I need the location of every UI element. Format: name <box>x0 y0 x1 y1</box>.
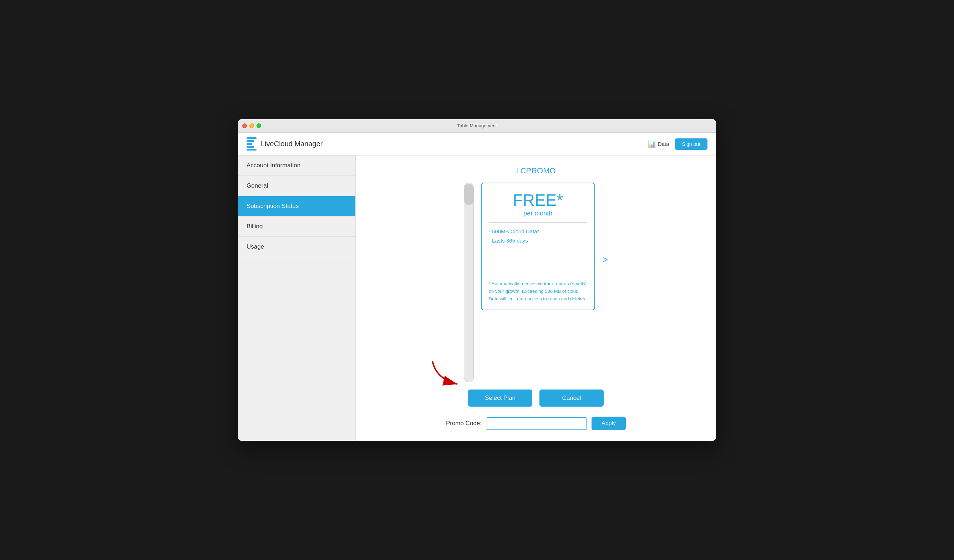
logo-bar-1 <box>246 137 257 139</box>
apply-button[interactable]: Apply <box>592 417 626 430</box>
promo-section: Promo Code: Apply <box>446 417 626 430</box>
plan-price: FREE* <box>489 190 587 210</box>
plan-spacer <box>489 250 587 271</box>
data-button[interactable]: 📊 Data <box>648 140 669 148</box>
scroll-track[interactable] <box>464 183 474 383</box>
signout-button[interactable]: Sign out <box>675 138 708 150</box>
title-bar: Table Management <box>238 119 716 133</box>
close-button[interactable] <box>242 123 247 128</box>
minimize-button[interactable] <box>249 123 254 128</box>
select-plan-button[interactable]: Select Plan <box>468 389 532 407</box>
scroll-thumb <box>464 184 474 205</box>
plan-divider-bottom <box>489 276 587 276</box>
app-window: Table Management LiveCloud Manager 📊 Dat… <box>238 119 716 441</box>
logo-bar-4 <box>246 146 254 148</box>
plan-divider-top <box>489 222 587 222</box>
promo-code-label: Promo Code: <box>446 420 482 427</box>
sidebar: Account Information General Subscription… <box>238 156 356 441</box>
main-content: Account Information General Subscription… <box>238 156 716 441</box>
plan-card: FREE* per month - 500MB Cloud Data* - La… <box>481 183 595 310</box>
action-buttons: Select Plan Cancel <box>468 389 604 407</box>
maximize-button[interactable] <box>257 123 261 128</box>
logo-area: LiveCloud Manager <box>246 137 323 151</box>
app-header: LiveCloud Manager 📊 Data Sign out <box>238 133 716 156</box>
feature-1: - 500MB Cloud Data* <box>489 227 587 236</box>
sidebar-item-subscription-status[interactable]: Subscription Status <box>238 196 355 216</box>
sidebar-item-billing[interactable]: Billing <box>238 216 355 237</box>
window-controls <box>242 123 261 128</box>
plan-footnote: * Automatically receive weather reports … <box>489 280 587 302</box>
plans-container: FREE* per month - 500MB Cloud Data* - La… <box>370 183 702 383</box>
logo-bar-2 <box>246 140 254 142</box>
promo-code-input[interactable] <box>486 417 586 430</box>
plan-period: per month <box>489 210 587 217</box>
red-arrow-icon <box>425 358 468 389</box>
sidebar-item-account-information[interactable]: Account Information <box>238 156 355 176</box>
feature-2: - Lasts 365 days <box>489 236 587 246</box>
promo-title: LCPROMO <box>516 166 555 176</box>
nav-arrow-button[interactable]: > <box>602 254 608 265</box>
chart-icon: 📊 <box>648 140 656 148</box>
content-area: LCPROMO FREE* per month - 500MB Cloud Da… <box>356 156 716 441</box>
arrow-overlay: Select Plan <box>468 389 532 407</box>
logo-icon <box>246 137 257 151</box>
header-right: 📊 Data Sign out <box>648 138 708 150</box>
sidebar-item-general[interactable]: General <box>238 176 355 196</box>
logo-bar-3 <box>246 143 252 145</box>
plan-features: - 500MB Cloud Data* - Lasts 365 days <box>489 227 587 245</box>
data-label: Data <box>658 141 669 147</box>
sidebar-item-usage[interactable]: Usage <box>238 237 355 257</box>
app-name: LiveCloud Manager <box>261 140 323 148</box>
window-title: Table Management <box>457 123 497 128</box>
cancel-button[interactable]: Cancel <box>539 389 604 407</box>
logo-bar-5 <box>246 149 257 151</box>
